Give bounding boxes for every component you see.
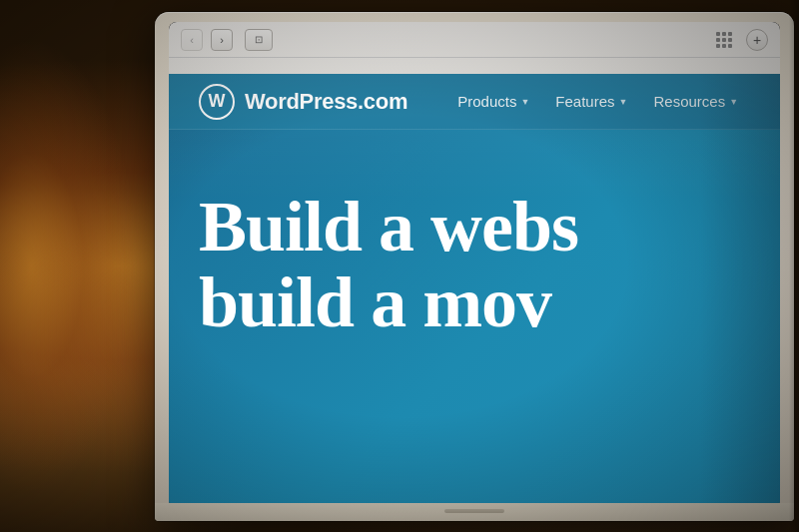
nav-resources-label: Resources [653, 93, 725, 110]
resources-chevron-icon: ▼ [729, 97, 738, 107]
forward-button[interactable]: › [211, 29, 233, 51]
laptop-hinge [444, 509, 504, 513]
grid-dots-icon [716, 32, 732, 48]
nav-features-label: Features [555, 93, 614, 110]
products-chevron-icon: ▼ [520, 97, 529, 107]
hero-title: Build a webs build a mov [199, 190, 750, 340]
wp-logo-symbol: W [209, 91, 226, 112]
nav-item-resources[interactable]: Resources ▼ [643, 87, 748, 116]
features-chevron-icon: ▼ [619, 97, 628, 107]
wp-logo-text: WordPress.com [245, 89, 407, 115]
right-edge-shadow [789, 0, 799, 532]
laptop-chin [155, 503, 794, 521]
wp-logo-circle: W [199, 84, 235, 120]
laptop-shell: ‹ › ⊡ + [155, 12, 794, 521]
new-tab-button[interactable]: + [746, 29, 768, 51]
back-button[interactable]: ‹ [181, 29, 203, 51]
sidebar-icon: ⊡ [255, 34, 263, 45]
forward-icon: › [220, 34, 224, 46]
nav-item-products[interactable]: Products ▼ [447, 87, 539, 116]
wordpress-navbar: W WordPress.com Products ▼ Features ▼ Re… [169, 74, 780, 130]
bokeh-light [0, 0, 155, 532]
grid-view-button[interactable] [710, 29, 738, 51]
plus-icon: + [753, 32, 761, 48]
screen-bezel: ‹ › ⊡ + [169, 22, 780, 503]
hero-line-1: Build a webs [199, 190, 750, 266]
website-content: W WordPress.com Products ▼ Features ▼ Re… [169, 74, 780, 503]
hero-section: Build a webs build a mov [169, 130, 780, 503]
wordpress-logo[interactable]: W WordPress.com [199, 84, 407, 120]
sidebar-button[interactable]: ⊡ [245, 29, 273, 51]
nav-item-features[interactable]: Features ▼ [545, 87, 637, 116]
nav-products-label: Products [457, 93, 516, 110]
browser-chrome: ‹ › ⊡ + [169, 22, 780, 74]
browser-toolbar: ‹ › ⊡ + [169, 22, 780, 58]
back-icon: ‹ [190, 34, 194, 46]
wp-nav-links: Products ▼ Features ▼ Resources ▼ [447, 87, 748, 116]
hero-line-2: build a mov [199, 266, 750, 341]
